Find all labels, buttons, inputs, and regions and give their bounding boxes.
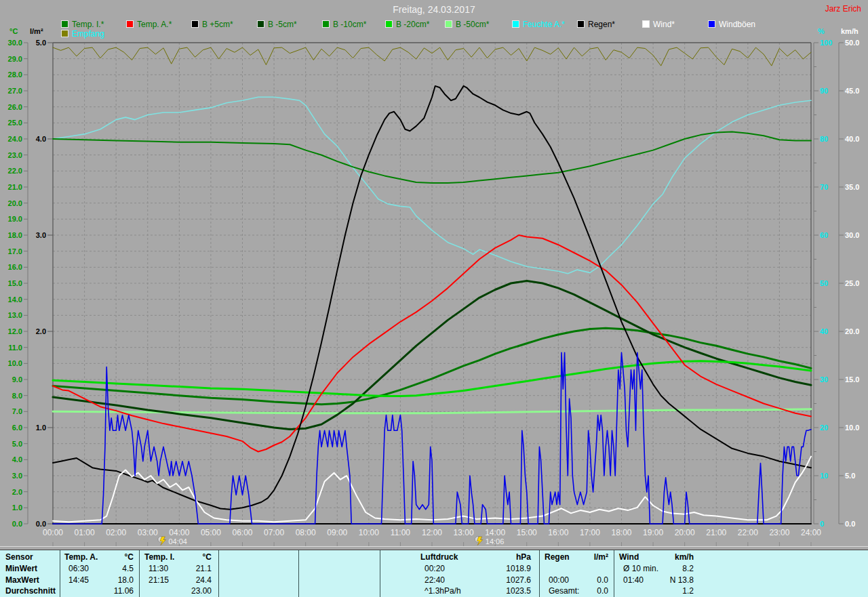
time-axis-label: 17:00 bbox=[580, 528, 600, 537]
celsius-tick-label: 8.0 bbox=[12, 392, 22, 400]
table-cell: 0.0 bbox=[597, 575, 608, 585]
kmh-tick-label: 30.0 bbox=[845, 231, 859, 239]
celsius-tick-label: 19.0 bbox=[8, 215, 22, 223]
celsius-tick-label: 24.0 bbox=[8, 135, 22, 143]
table-cell: 4.5 bbox=[122, 564, 134, 573]
legend-item-feuchte-a-: Feuchte A.* bbox=[512, 20, 565, 28]
table-cell: MaxWert bbox=[5, 575, 39, 585]
celsius-tick-label: 22.0 bbox=[8, 167, 22, 175]
legend-item-b-20cm-: B -20cm* bbox=[385, 20, 429, 28]
legend-item-empfang: Empfang bbox=[61, 30, 104, 38]
lm2-tick-label: 1.0 bbox=[36, 424, 46, 432]
kmh-unit-label: km/h bbox=[841, 27, 859, 35]
percent-tick-label: 30 bbox=[820, 375, 828, 384]
legend-item-b-50cm-: B -50cm* bbox=[445, 20, 489, 28]
percent-tick-label: 0 bbox=[820, 520, 824, 528]
weather-day-chart: 0.01.02.03.04.05.06.07.08.09.010.011.012… bbox=[0, 0, 868, 550]
table-cell: Regen bbox=[545, 552, 570, 562]
table-column-separator bbox=[539, 550, 540, 597]
kmh-tick-label: 5.0 bbox=[845, 472, 855, 480]
legend-item-regen-: Regen* bbox=[577, 20, 615, 28]
legend-label: Regen* bbox=[588, 20, 615, 29]
celsius-tick-label: 7.0 bbox=[12, 407, 22, 415]
table-column-separator bbox=[298, 550, 299, 597]
table-cell: 23.00 bbox=[191, 586, 212, 596]
table-cell: °C bbox=[203, 552, 212, 562]
celsius-tick-label: 2.0 bbox=[12, 488, 22, 496]
legend-item-wind-: Wind* bbox=[642, 20, 675, 28]
legend-item-windb-en: Windböen bbox=[708, 20, 755, 28]
time-axis-label: 14:00 bbox=[485, 528, 505, 537]
legend-label: B -20cm* bbox=[396, 20, 429, 29]
time-axis-label: 18:00 bbox=[611, 528, 631, 537]
legend-label: Feuchte A.* bbox=[523, 20, 565, 29]
legend-swatch bbox=[577, 20, 585, 28]
table-cell: 00:00 bbox=[549, 575, 569, 585]
table-cell: Durchschnitt bbox=[5, 586, 56, 596]
marker-bolt-icon bbox=[158, 537, 166, 545]
legend-swatch bbox=[126, 20, 134, 28]
marker-bolt-icon bbox=[475, 537, 483, 545]
table-cell: 24.4 bbox=[196, 575, 212, 585]
kmh-tick-label: 10.0 bbox=[845, 424, 859, 432]
table-cell: Gesamt: bbox=[549, 586, 579, 596]
kmh-tick-label: 40.0 bbox=[845, 135, 859, 143]
celsius-tick-label: 25.0 bbox=[8, 119, 22, 127]
table-cell: 0.0 bbox=[597, 586, 608, 596]
lm2-unit-label: l/m² bbox=[30, 27, 43, 35]
table-cell: 21:15 bbox=[149, 575, 169, 585]
legend-item-b-5cm-: B -5cm* bbox=[257, 20, 297, 28]
table-cell: 1023.5 bbox=[506, 586, 531, 596]
kmh-tick-label: 20.0 bbox=[845, 327, 859, 335]
table-cell: Temp. I. bbox=[144, 552, 174, 562]
celsius-tick-label: 23.0 bbox=[8, 151, 22, 159]
celsius-tick-label: 29.0 bbox=[8, 55, 22, 63]
time-axis-label: 12:00 bbox=[422, 528, 442, 537]
table-cell: l/m² bbox=[594, 552, 608, 562]
percent-tick-label: 50 bbox=[820, 279, 828, 287]
celsius-tick-label: 14.0 bbox=[8, 295, 22, 304]
time-axis-label: 09:00 bbox=[327, 528, 347, 537]
legend-label: B +5cm* bbox=[202, 20, 233, 29]
time-axis-label: 15:00 bbox=[517, 528, 537, 537]
table-column-separator bbox=[60, 550, 60, 597]
legend-item-temp-a-: Temp. A.* bbox=[126, 20, 172, 28]
time-axis-label: 02:00 bbox=[106, 528, 126, 537]
table-cell: 21.1 bbox=[196, 564, 212, 573]
table-cell: N 13.8 bbox=[670, 575, 694, 585]
time-axis-label: 20:00 bbox=[675, 528, 695, 537]
legend-label: B -10cm* bbox=[333, 20, 366, 29]
table-cell: Ø 10 min. bbox=[623, 564, 658, 573]
table-cell: 18.0 bbox=[118, 575, 134, 585]
legend-label: Wind* bbox=[653, 20, 675, 29]
time-axis-label: 13:00 bbox=[454, 528, 474, 537]
celsius-tick-label: 16.0 bbox=[8, 263, 22, 271]
celsius-tick-label: 12.0 bbox=[8, 327, 22, 335]
legend-label: Empfang bbox=[72, 29, 104, 39]
time-axis-label: 23:00 bbox=[769, 528, 789, 537]
celsius-tick-label: 4.0 bbox=[12, 455, 22, 464]
table-cell: 22:40 bbox=[425, 575, 445, 585]
time-axis-label: 10:00 bbox=[359, 528, 379, 537]
kmh-tick-label: 45.0 bbox=[845, 87, 859, 95]
time-axis-label: 03:00 bbox=[138, 528, 158, 537]
percent-tick-label: 10 bbox=[820, 472, 828, 480]
legend-item-b-10cm-: B -10cm* bbox=[322, 20, 366, 28]
celsius-tick-label: 13.0 bbox=[8, 311, 22, 319]
celsius-tick-label: 1.0 bbox=[12, 503, 22, 512]
celsius-tick-label: 28.0 bbox=[8, 70, 22, 79]
weather-app-window: 0.01.02.03.04.05.06.07.08.09.010.011.012… bbox=[0, 0, 868, 597]
kmh-tick-label: 25.0 bbox=[845, 279, 859, 287]
legend-swatch bbox=[322, 20, 330, 28]
table-cell: 11:30 bbox=[149, 564, 168, 573]
time-axis-label: 01:00 bbox=[75, 528, 95, 537]
kmh-tick-label: 50.0 bbox=[845, 39, 859, 47]
table-cell: Sensor bbox=[5, 552, 33, 562]
table-cell: MinWert bbox=[5, 564, 37, 573]
time-axis-label: 07:00 bbox=[264, 528, 284, 537]
table-cell: km/h bbox=[675, 552, 694, 562]
table-cell: 1018.9 bbox=[506, 564, 531, 573]
table-cell: °C bbox=[125, 552, 134, 562]
celsius-tick-label: 0.0 bbox=[12, 520, 22, 528]
legend-swatch bbox=[385, 20, 393, 28]
